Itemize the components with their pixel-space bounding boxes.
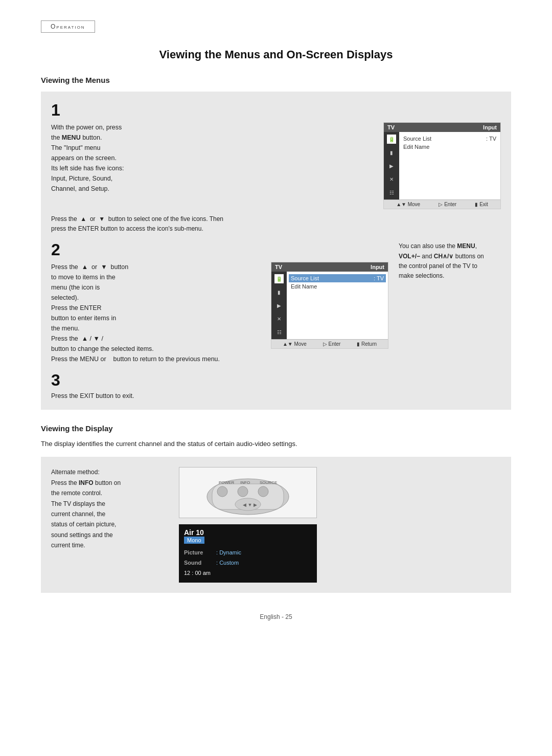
step2-side-note: You can also use the MENU, VOL+/− and CH… (399, 241, 501, 281)
step2-main: 2 Press the ▲ or ▼ button to move to ite… (51, 241, 388, 364)
tv-menu-footer1: ▲▼ Move ▷ Enter ▮ Exit (384, 199, 500, 209)
page-title: Viewing the Menus and On-Screen Displays (41, 48, 511, 61)
move-label1: ▲▼ Move (396, 202, 420, 207)
step2-number: 2 (51, 241, 388, 258)
picture-icon2: ▮ (274, 287, 284, 297)
display-row: Alternate method: Press the INFO button … (51, 467, 501, 582)
step2-outer: 2 Press the ▲ or ▼ button to move to ite… (51, 241, 501, 364)
step1-row: With the power on, press the MENU button… (51, 122, 501, 209)
sound-value: : Custom (216, 560, 239, 566)
svg-text:◀ ▼ ▶: ◀ ▼ ▶ (243, 502, 257, 507)
svg-text:SOURCE: SOURCE (260, 480, 277, 485)
sound-row: Sound : Custom (184, 558, 312, 568)
svg-text:INFO: INFO (240, 480, 250, 485)
tv-menu-content2: Source List : TV Edit Name (287, 272, 388, 339)
setup-icon: ☷ (387, 188, 396, 197)
viewing-menus-section: Viewing the Menus 1 With the power on, p… (41, 76, 511, 410)
svg-point-4 (238, 486, 248, 497)
tv-menu-icons1: 🔋 ▮ ▶ ✕ ☷ (384, 132, 399, 199)
tv-display-info: Picture : Dynamic Sound : Custom 12 : 00… (184, 548, 312, 578)
step3-number: 3 (51, 372, 501, 388)
move-label2: ▲▼ Move (283, 341, 307, 347)
svg-point-2 (217, 486, 227, 497)
viewing-display-section: Viewing the Display The display identifi… (41, 424, 511, 592)
edit-name-item1: Edit Name (403, 143, 496, 151)
tv-onscreen-display: Air 10 Mono Picture : Dynamic Sound : Cu… (179, 524, 317, 582)
sound-label: Sound (184, 558, 215, 568)
step1: 1 With the power on, press the MENU butt… (51, 102, 501, 234)
time-text: 12 : 00 am (184, 570, 211, 576)
picture-icon: ▮ (387, 148, 396, 157)
viewing-menus-title: Viewing the Menus (41, 76, 511, 84)
viewing-display-title: Viewing the Display (41, 424, 511, 433)
sound-icon2: ▶ (274, 301, 284, 310)
svg-point-6 (258, 486, 268, 497)
display-desc: The display identifies the current chann… (41, 440, 511, 448)
sound-icon: ▶ (387, 161, 396, 170)
picture-label: Picture (184, 548, 215, 558)
source-list-item1: Source List : TV (403, 135, 496, 143)
tv-menu-icons2: 🔋 ▮ ▶ ✕ ☷ (271, 272, 287, 339)
tv-menu-header-right2: Input (371, 264, 384, 270)
step2-row: Press the ▲ or ▼ button to move to items… (51, 262, 388, 364)
step1-text: With the power on, press the MENU button… (51, 122, 371, 194)
enter-label1: ▷ Enter (439, 202, 456, 207)
remote-svg: POWER INFO SOURCE ◀ ▼ ▶ (181, 469, 314, 517)
input-icon2: 🔋 (274, 274, 284, 283)
tv-menu-step1: TV Input 🔋 ▮ ▶ ✕ ☷ Source List : TV (383, 122, 501, 209)
tv-menu-header-right1: Input (483, 124, 497, 130)
edit-name-item2: Edit Name (291, 282, 384, 291)
tv-menu-header2: TV Input (271, 262, 388, 272)
display-box: Alternate method: Press the INFO button … (41, 457, 511, 592)
step2-text: Press the ▲ or ▼ button to move to items… (51, 262, 259, 364)
tv-menu-content1: Source List : TV Edit Name (399, 132, 500, 199)
source-list-item2: Source List : TV (289, 274, 386, 282)
tv-channel: Air 10 (184, 528, 312, 537)
picture-value: : Dynamic (216, 549, 241, 555)
tv-menu-header-left1: TV (387, 124, 395, 130)
channel-text: Air 10 (184, 528, 204, 537)
setup-icon2: ☷ (274, 327, 284, 337)
step3-text: Press the EXIT button to exit. (51, 392, 501, 399)
tv-menu-step2: TV Input 🔋 ▮ ▶ ✕ ☷ (271, 262, 388, 349)
channel-icon2: ✕ (274, 314, 284, 323)
step1-number: 1 (51, 102, 501, 118)
picture-row: Picture : Dynamic (184, 548, 312, 558)
display-images: POWER INFO SOURCE ◀ ▼ ▶ (179, 467, 317, 582)
steps-box: 1 With the power on, press the MENU butt… (41, 92, 511, 410)
remote-control-image: POWER INFO SOURCE ◀ ▼ ▶ (179, 467, 317, 518)
svg-text:POWER: POWER (219, 480, 234, 485)
tv-menu-header-left2: TV (275, 264, 282, 270)
time-row: 12 : 00 am (184, 568, 312, 579)
page-number: English - 25 (41, 613, 511, 620)
channel-icon: ✕ (387, 174, 396, 184)
input-icon: 🔋 (387, 135, 396, 144)
operation-box: Operation (41, 20, 95, 33)
tv-menu-footer2: ▲▼ Move ▷ Enter ▮ Return (271, 339, 388, 348)
tv-menu-body1: 🔋 ▮ ▶ ✕ ☷ Source List : TV Edit Name (384, 132, 500, 199)
step3: 3 Press the EXIT button to exit. (51, 372, 501, 399)
tv-menu-body2: 🔋 ▮ ▶ ✕ ☷ Source List : TV Edit Name (271, 272, 388, 339)
tv-menu-header1: TV Input (384, 123, 500, 132)
return-label2: ▮ Return (357, 341, 377, 347)
mode-text: Mono (187, 537, 201, 543)
alt-method-text: Alternate method: Press the INFO button … (51, 467, 164, 550)
enter-label2: ▷ Enter (323, 341, 341, 347)
tv-mode-badge: Mono (184, 537, 204, 544)
exit-label1: ▮ Exit (475, 202, 488, 207)
step1-below: Press the ▲ or ▼ button to select one of… (51, 214, 501, 234)
operation-label: Operation (51, 23, 85, 30)
